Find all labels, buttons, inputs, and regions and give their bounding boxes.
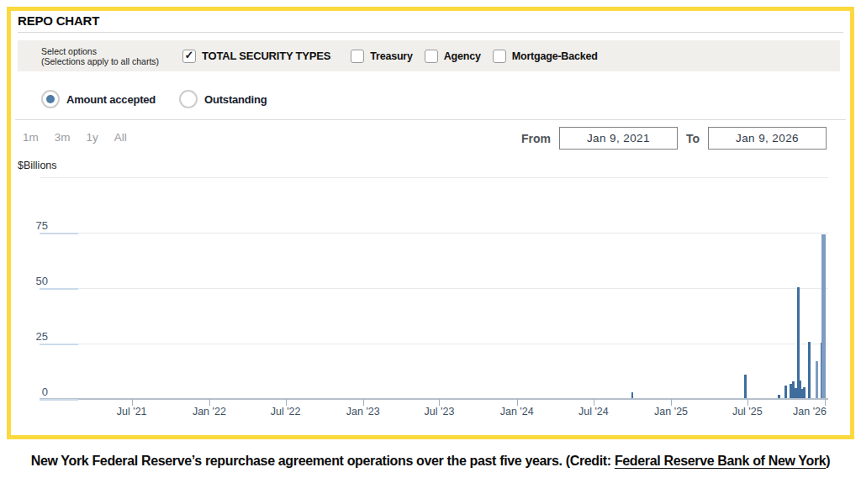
plot-area: 0255075Jul '21Jan '22Jul '22Jan '23Jul '… bbox=[40, 177, 828, 399]
series-divider bbox=[15, 119, 846, 120]
select-options-line2: (Selections apply to all charts) bbox=[41, 56, 176, 66]
checked-checkbox-icon[interactable] bbox=[182, 50, 196, 63]
range-button-group: 1m3m1yAll bbox=[23, 131, 143, 144]
date-range-controls: From To bbox=[513, 127, 827, 150]
bar-2025-12-30[interactable] bbox=[821, 234, 826, 398]
x-axis-label: Jul '23 bbox=[425, 406, 455, 417]
checkbox-agency[interactable]: Agency bbox=[425, 50, 481, 63]
radio-unselected-icon[interactable] bbox=[179, 90, 198, 108]
bar-2025-06-26[interactable] bbox=[744, 375, 747, 398]
y-tick-underline bbox=[40, 233, 78, 234]
security-type-options-band: Select options (Selections apply to all … bbox=[18, 40, 840, 71]
range-button-1m[interactable]: 1m bbox=[23, 131, 39, 144]
x-tick-mark bbox=[286, 399, 287, 406]
range-row: 1m3m1yAll From To bbox=[11, 127, 850, 152]
radio-label: Outstanding bbox=[204, 93, 267, 106]
series-toggle-group: Amount acceptedOutstanding bbox=[18, 81, 267, 117]
x-tick-mark bbox=[209, 399, 210, 406]
radio-label: Amount accepted bbox=[66, 93, 156, 106]
checkbox-label: TOTAL SECURITY TYPES bbox=[202, 50, 330, 62]
bar-2025-12-13[interactable] bbox=[816, 361, 818, 398]
checkbox-label: Agency bbox=[444, 50, 481, 62]
repo-chart-widget: REPO CHART Select options (Selections ap… bbox=[7, 7, 854, 439]
checkbox-mortgage-backed[interactable]: Mortgage-Backed bbox=[493, 50, 598, 63]
checkbox-total-security-types[interactable]: TOTAL SECURITY TYPES bbox=[182, 50, 339, 63]
y-tick-underline bbox=[40, 399, 78, 401]
x-axis-label: Jul '22 bbox=[271, 406, 301, 417]
page-title: REPO CHART bbox=[18, 13, 99, 28]
x-axis-label: Jan '24 bbox=[500, 406, 534, 417]
to-label: To bbox=[686, 132, 700, 145]
x-tick-mark bbox=[594, 399, 594, 406]
x-axis-label: Jul '24 bbox=[578, 406, 609, 417]
x-axis-label: Jan '22 bbox=[193, 406, 226, 417]
radio-amount-accepted[interactable]: Amount accepted bbox=[41, 90, 156, 108]
x-axis-label: Jan '26 bbox=[793, 406, 827, 417]
x-tick-mark bbox=[363, 399, 364, 406]
x-axis-label: Jul '25 bbox=[732, 406, 763, 417]
credit-link[interactable]: Federal Reserve Bank of New York bbox=[615, 454, 826, 468]
gridline-75 bbox=[40, 233, 828, 234]
y-axis-units-label: $Billions bbox=[18, 160, 57, 171]
bar-2025-11-13[interactable] bbox=[803, 387, 806, 398]
from-label: From bbox=[521, 132, 551, 145]
gridline-0 bbox=[40, 398, 828, 400]
range-button-1y[interactable]: 1y bbox=[87, 131, 98, 144]
caption-text: New York Federal Reserve’s repurchase ag… bbox=[31, 454, 615, 468]
checkbox-label: Treasury bbox=[370, 50, 413, 62]
to-date-input[interactable] bbox=[708, 127, 827, 150]
x-tick-mark bbox=[132, 399, 133, 406]
bar-2025-11-25[interactable] bbox=[808, 342, 811, 398]
title-divider bbox=[18, 32, 843, 33]
gridline-25 bbox=[40, 344, 828, 344]
select-options-label: Select options (Selections apply to all … bbox=[41, 46, 176, 66]
x-tick-mark bbox=[439, 399, 440, 406]
checkbox-treasury[interactable]: Treasury bbox=[351, 50, 413, 63]
range-button-3m[interactable]: 3m bbox=[55, 131, 71, 144]
x-tick-mark bbox=[747, 399, 748, 406]
y-axis-label-50: 50 bbox=[26, 275, 48, 287]
bar-2025-09-14[interactable] bbox=[778, 395, 780, 398]
x-axis-label: Jan '25 bbox=[654, 406, 688, 417]
range-button-all[interactable]: All bbox=[114, 131, 127, 144]
checkbox-group: TOTAL SECURITY TYPESTreasuryAgencyMortga… bbox=[182, 50, 610, 63]
checkbox-label: Mortgage-Backed bbox=[512, 50, 598, 62]
gridline-100 bbox=[40, 177, 828, 178]
radio-selected-icon[interactable] bbox=[41, 90, 60, 108]
x-axis-label: Jul '21 bbox=[117, 406, 147, 417]
from-date-input[interactable] bbox=[559, 127, 678, 150]
y-axis-label-0: 0 bbox=[26, 386, 48, 398]
unchecked-checkbox-icon[interactable] bbox=[493, 50, 506, 63]
gridline-50 bbox=[40, 288, 828, 289]
x-tick-mark bbox=[825, 399, 826, 406]
y-axis-label-75: 75 bbox=[26, 219, 48, 232]
unchecked-checkbox-icon[interactable] bbox=[351, 50, 364, 63]
unchecked-checkbox-icon[interactable] bbox=[425, 50, 438, 63]
bar-2025-09-30[interactable] bbox=[784, 386, 787, 398]
x-tick-mark bbox=[517, 399, 518, 406]
y-axis-label-25: 25 bbox=[26, 330, 48, 343]
x-tick-mark bbox=[671, 399, 672, 406]
select-options-line1: Select options bbox=[41, 46, 176, 56]
radio-outstanding[interactable]: Outstanding bbox=[179, 90, 267, 108]
image-caption: New York Federal Reserve’s repurchase ag… bbox=[10, 450, 851, 472]
y-tick-underline bbox=[40, 288, 78, 290]
screen: REPO CHART Select options (Selections ap… bbox=[0, 0, 861, 504]
bar-2024-10-01[interactable] bbox=[631, 392, 634, 398]
x-axis-label: Jan '23 bbox=[346, 406, 380, 417]
caption-text-end: ) bbox=[826, 454, 830, 468]
y-tick-underline bbox=[40, 344, 78, 345]
